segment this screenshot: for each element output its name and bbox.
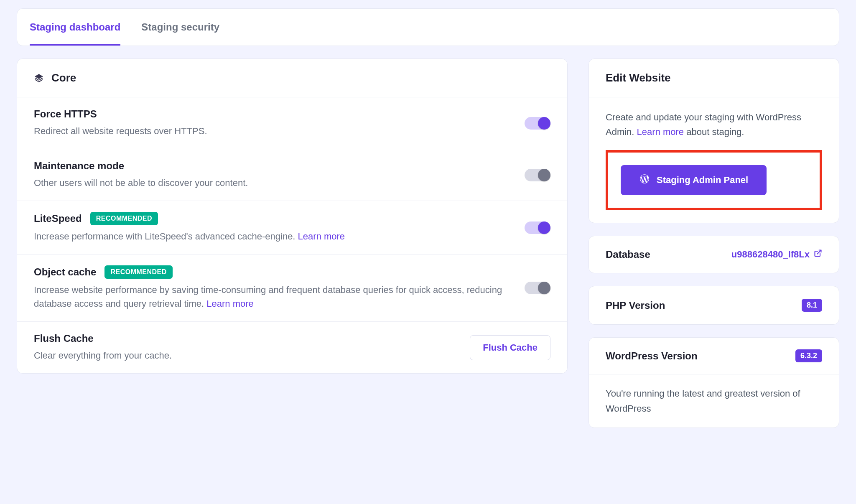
maintenance-toggle[interactable] xyxy=(525,169,550,181)
edit-website-title: Edit Website xyxy=(606,71,822,84)
maintenance-title: Maintenance mode xyxy=(34,160,124,172)
object-cache-desc: Increase website performance by saving t… xyxy=(34,283,515,311)
maintenance-desc: Other users will not be able to discover… xyxy=(34,176,515,190)
php-version-label: PHP Version xyxy=(606,300,665,311)
edit-website-learn-more-link[interactable]: Learn more xyxy=(637,127,684,137)
svg-line-0 xyxy=(817,250,821,254)
object-cache-toggle[interactable] xyxy=(525,282,550,294)
wordpress-icon xyxy=(639,173,650,187)
database-value-link[interactable]: u988628480_lf8Lx xyxy=(731,249,822,260)
force-https-desc: Redirect all website requests over HTTPS… xyxy=(34,124,515,138)
litespeed-desc: Increase performance with LiteSpeed's ad… xyxy=(34,229,515,243)
database-card: Database u988628480_lf8Lx xyxy=(588,236,839,273)
wordpress-version-label: WordPress Version xyxy=(606,350,698,362)
database-label: Database xyxy=(606,249,650,260)
object-cache-learn-more-link[interactable]: Learn more xyxy=(206,298,254,309)
layers-icon xyxy=(34,73,44,83)
tab-staging-dashboard[interactable]: Staging dashboard xyxy=(30,9,120,46)
highlight-box: Staging Admin Panel xyxy=(606,150,822,210)
litespeed-toggle[interactable] xyxy=(525,221,550,234)
row-force-https: Force HTTPS Redirect all website request… xyxy=(17,97,567,149)
litespeed-title: LiteSpeed xyxy=(34,213,82,224)
row-maintenance: Maintenance mode Other users will not be… xyxy=(17,149,567,201)
litespeed-learn-more-link[interactable]: Learn more xyxy=(298,231,345,242)
edit-website-desc: Create and update your staging with Word… xyxy=(606,110,822,139)
wordpress-version-card: WordPress Version 6.3.2 You're running t… xyxy=(588,337,839,428)
staging-admin-panel-button[interactable]: Staging Admin Panel xyxy=(621,165,767,195)
row-litespeed: LiteSpeed RECOMMENDED Increase performan… xyxy=(17,201,567,254)
php-version-card: PHP Version 8.1 xyxy=(588,286,839,325)
row-object-cache: Object cache RECOMMENDED Increase websit… xyxy=(17,254,567,321)
core-title: Core xyxy=(51,71,76,84)
force-https-title: Force HTTPS xyxy=(34,108,97,120)
object-cache-badge: RECOMMENDED xyxy=(104,265,172,279)
staging-admin-panel-label: Staging Admin Panel xyxy=(657,175,748,186)
flush-cache-desc: Clear everything from your cache. xyxy=(34,349,460,362)
tab-staging-security[interactable]: Staging security xyxy=(141,9,219,46)
litespeed-badge: RECOMMENDED xyxy=(90,212,158,225)
tabs-bar: Staging dashboard Staging security xyxy=(17,8,839,46)
external-link-icon xyxy=(814,249,822,260)
flush-cache-title: Flush Cache xyxy=(34,333,94,344)
wordpress-version-badge: 6.3.2 xyxy=(795,349,822,362)
object-cache-title: Object cache xyxy=(34,266,96,278)
force-https-toggle[interactable] xyxy=(525,117,550,130)
edit-website-card: Edit Website Create and update your stag… xyxy=(588,59,839,223)
core-card: Core Force HTTPS Redirect all website re… xyxy=(17,59,568,374)
wordpress-version-desc: You're running the latest and greatest v… xyxy=(606,386,822,415)
flush-cache-button[interactable]: Flush Cache xyxy=(470,335,550,360)
row-flush-cache: Flush Cache Clear everything from your c… xyxy=(17,321,567,373)
php-version-badge: 8.1 xyxy=(802,299,822,312)
